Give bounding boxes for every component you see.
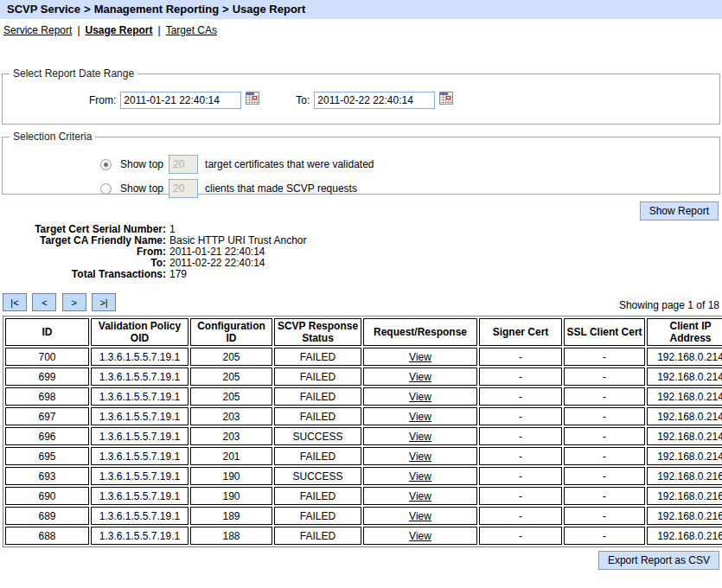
summary-label: Total Transactions: xyxy=(0,269,166,280)
cell-validation-policy-oid: 1.3.6.1.5.5.7.19.1 xyxy=(91,447,188,465)
to-label: To: xyxy=(296,94,310,106)
to-calendar-button[interactable] xyxy=(439,92,453,105)
cell-configuration-id: 205 xyxy=(190,387,272,406)
col-header-signer-cert: Signer Cert xyxy=(479,318,562,346)
cell-signer-cert: - xyxy=(479,427,562,445)
cell-client-ip: 192.168.0.216 xyxy=(647,507,722,525)
radio-top-clients[interactable] xyxy=(100,183,112,195)
report-summary: Target Cert Serial Number:1 Target CA Fr… xyxy=(0,224,722,280)
cell-id: 696 xyxy=(5,427,89,445)
cell-validation-policy-oid: 1.3.6.1.5.5.7.19.1 xyxy=(91,427,188,445)
breadcrumb-item-usage-report: Usage Report xyxy=(233,3,306,16)
view-link[interactable]: View xyxy=(409,470,431,483)
cell-configuration-id: 190 xyxy=(190,467,272,485)
cell-id: 695 xyxy=(5,447,89,465)
cell-ssl-client-cert: - xyxy=(564,407,645,425)
prev-page-button[interactable]: < xyxy=(32,293,56,311)
cell-client-ip: 192.168.0.214 xyxy=(647,447,722,465)
cell-ssl-client-cert: - xyxy=(564,507,645,525)
cell-scvp-response-status: FAILED xyxy=(274,507,361,525)
cell-configuration-id: 203 xyxy=(190,427,272,445)
cell-request-response: View xyxy=(363,407,477,425)
nav-separator: | xyxy=(153,24,166,36)
from-date-input[interactable] xyxy=(120,92,241,109)
summary-value: 179 xyxy=(169,269,187,280)
view-link[interactable]: View xyxy=(409,490,431,502)
cell-scvp-response-status: FAILED xyxy=(274,487,361,505)
show-top-label: Show top xyxy=(120,182,163,195)
cell-client-ip: 192.168.0.216 xyxy=(647,467,722,485)
cell-request-response: View xyxy=(363,348,477,366)
cell-signer-cert: - xyxy=(479,447,562,465)
cell-configuration-id: 205 xyxy=(190,368,272,386)
from-calendar-button[interactable] xyxy=(246,92,259,105)
cell-request-response: View xyxy=(363,368,477,386)
show-report-button[interactable]: Show Report xyxy=(640,201,719,220)
cell-request-response: View xyxy=(363,427,477,445)
view-link[interactable]: View xyxy=(409,451,431,463)
cell-id: 689 xyxy=(5,507,89,525)
view-link[interactable]: View xyxy=(409,411,431,423)
view-link[interactable]: View xyxy=(409,351,431,363)
cell-ssl-client-cert: - xyxy=(564,427,645,445)
cell-validation-policy-oid: 1.3.6.1.5.5.7.19.1 xyxy=(91,507,188,525)
first-page-button[interactable]: |< xyxy=(3,293,27,311)
nav-link-service-report[interactable]: Service Report xyxy=(3,24,72,36)
cell-ssl-client-cert: - xyxy=(564,387,645,406)
cell-configuration-id: 203 xyxy=(190,407,272,425)
breadcrumb: SCVP Service>Management Reporting>Usage … xyxy=(0,0,722,19)
view-link[interactable]: View xyxy=(409,510,431,522)
table-row: 6881.3.6.1.5.5.7.19.1188FAILEDView--192.… xyxy=(5,527,722,545)
cell-scvp-response-status: FAILED xyxy=(274,348,361,366)
cell-validation-policy-oid: 1.3.6.1.5.5.7.19.1 xyxy=(91,368,188,386)
cell-signer-cert: - xyxy=(479,527,562,545)
cell-signer-cert: - xyxy=(479,507,562,525)
cell-validation-policy-oid: 1.3.6.1.5.5.7.19.1 xyxy=(91,387,188,406)
next-page-button[interactable]: > xyxy=(62,293,86,311)
cell-client-ip: 192.168.0.216 xyxy=(647,487,722,505)
radio-top-certs[interactable] xyxy=(100,159,112,170)
calendar-icon xyxy=(246,92,259,105)
last-page-button[interactable]: >| xyxy=(92,293,116,311)
view-link[interactable]: View xyxy=(409,431,431,443)
col-header-client-ip-address: Client IP Address xyxy=(647,318,722,346)
cell-scvp-response-status: FAILED xyxy=(274,407,361,425)
cell-request-response: View xyxy=(363,447,477,465)
cell-id: 699 xyxy=(5,368,89,386)
nav-separator: | xyxy=(72,24,85,36)
cell-client-ip: 192.168.0.216 xyxy=(647,527,722,545)
calendar-icon xyxy=(439,92,453,105)
table-row: 6901.3.6.1.5.5.7.19.1190FAILEDView--192.… xyxy=(5,487,722,505)
cell-id: 693 xyxy=(5,467,89,485)
cell-scvp-response-status: SUCCESS xyxy=(274,427,361,445)
cell-request-response: View xyxy=(363,527,477,545)
cell-signer-cert: - xyxy=(479,368,562,386)
cell-configuration-id: 188 xyxy=(190,527,272,545)
table-row: 6991.3.6.1.5.5.7.19.1205FAILEDView--192.… xyxy=(5,368,722,386)
view-link[interactable]: View xyxy=(409,371,431,383)
cell-signer-cert: - xyxy=(479,348,562,366)
criteria-option-top-clients: Show top clients that made SCVP requests xyxy=(3,179,719,198)
nav-link-usage-report[interactable]: Usage Report xyxy=(86,24,153,36)
cell-validation-policy-oid: 1.3.6.1.5.5.7.19.1 xyxy=(91,467,188,485)
view-link[interactable]: View xyxy=(409,391,431,403)
cell-id: 700 xyxy=(5,348,89,366)
cell-id: 698 xyxy=(5,387,89,406)
col-header-id: ID xyxy=(5,318,89,346)
cell-ssl-client-cert: - xyxy=(564,368,645,386)
nav-link-target-cas[interactable]: Target CAs xyxy=(166,24,217,36)
cell-validation-policy-oid: 1.3.6.1.5.5.7.19.1 xyxy=(91,407,188,425)
cell-scvp-response-status: FAILED xyxy=(274,447,361,465)
export-csv-button[interactable]: Export Report as CSV xyxy=(598,551,719,570)
table-row: 6931.3.6.1.5.5.7.19.1190SUCCESSView--192… xyxy=(5,467,722,485)
cell-client-ip: 192.168.0.214 xyxy=(647,387,722,406)
show-top-label: Show top xyxy=(120,158,163,170)
view-link[interactable]: View xyxy=(409,530,431,542)
to-date-input[interactable] xyxy=(314,92,435,109)
cell-signer-cert: - xyxy=(479,387,562,406)
cell-id: 688 xyxy=(5,527,89,545)
cell-scvp-response-status: FAILED xyxy=(274,527,361,545)
pager-buttons: |< < > >| xyxy=(3,293,118,311)
cell-configuration-id: 189 xyxy=(190,507,272,525)
cell-id: 697 xyxy=(5,407,89,425)
